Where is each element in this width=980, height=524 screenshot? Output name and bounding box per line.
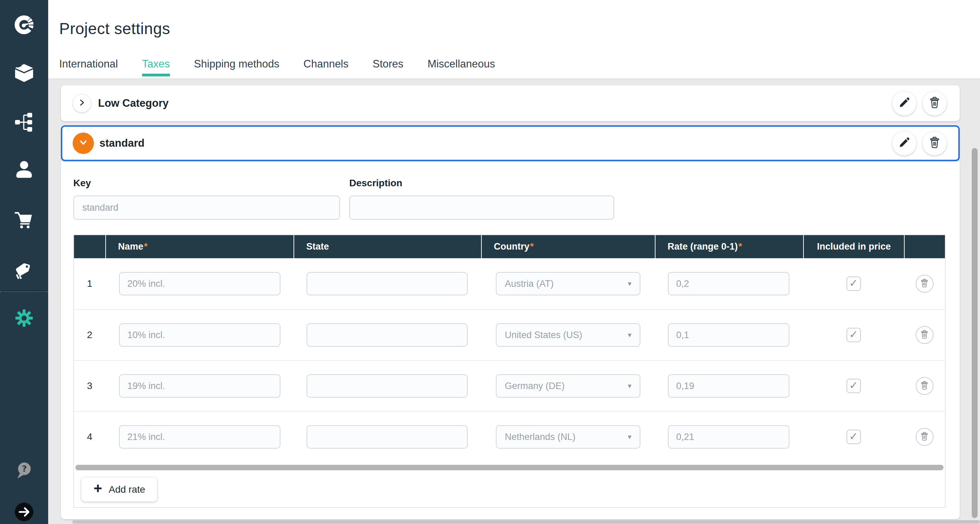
tab-miscellaneous[interactable]: Miscellaneous (427, 58, 495, 78)
tax-rate-row: 4 Netherlands (NL) ▾ ✓ (74, 411, 945, 462)
state-input[interactable] (307, 323, 468, 347)
name-input[interactable] (119, 272, 280, 295)
delete-category-button[interactable] (922, 131, 947, 156)
sidebar: ? (0, 0, 48, 524)
sidebar-divider (0, 291, 48, 292)
state-input[interactable] (307, 374, 468, 398)
trash-icon (928, 136, 941, 150)
tab-international[interactable]: International (59, 58, 118, 78)
help-icon[interactable]: ? (0, 461, 48, 480)
tab-shipping-methods[interactable]: Shipping methods (194, 58, 279, 78)
included-in-price-checkbox[interactable]: ✓ (846, 328, 861, 342)
svg-text:?: ? (22, 464, 27, 474)
check-icon: ✓ (849, 430, 858, 443)
country-select[interactable]: Germany (DE) ▾ (496, 374, 640, 398)
panel-title: standard (99, 137, 145, 150)
header-country: Country* (481, 235, 655, 258)
plus-icon (93, 484, 103, 495)
delete-rate-button[interactable] (916, 326, 934, 344)
key-input[interactable] (73, 196, 340, 220)
trash-icon (920, 330, 929, 341)
tax-category-panel-expanded: standard (61, 125, 960, 161)
horizontal-scrollbar[interactable] (72, 520, 980, 524)
dropdown-arrow-icon: ▾ (628, 331, 632, 339)
trash-icon (920, 381, 929, 392)
package-icon[interactable] (0, 62, 48, 84)
pencil-icon (898, 96, 910, 110)
settings-gear-icon[interactable] (0, 309, 48, 328)
page-header: Project settings International Taxes Shi… (48, 0, 980, 79)
table-horizontal-scrollbar[interactable] (75, 465, 943, 470)
tax-rates-table: Name* State Country* Rate (range 0-1)* I… (73, 234, 946, 508)
description-input[interactable] (349, 196, 614, 220)
check-icon: ✓ (849, 277, 858, 289)
state-input[interactable] (307, 272, 468, 295)
tab-stores[interactable]: Stores (373, 58, 404, 78)
dropdown-arrow-icon: ▾ (628, 280, 632, 288)
description-label: Description (349, 178, 402, 189)
included-in-price-checkbox[interactable]: ✓ (846, 430, 861, 444)
header-index (74, 235, 105, 258)
tax-rate-row: 3 Germany (DE) ▾ ✓ (74, 360, 945, 411)
trash-icon (928, 96, 941, 110)
header-included: Included in price (803, 235, 904, 258)
rate-input[interactable] (668, 374, 789, 398)
chevron-right-icon (78, 99, 86, 108)
country-select[interactable]: Austria (AT) ▾ (496, 272, 640, 295)
edit-category-button[interactable] (892, 131, 917, 156)
check-icon: ✓ (849, 328, 858, 341)
rate-input[interactable] (668, 323, 789, 347)
included-in-price-checkbox[interactable]: ✓ (846, 276, 861, 291)
required-asterisk: * (738, 241, 742, 252)
row-index: 1 (74, 258, 105, 309)
required-asterisk: * (144, 241, 148, 252)
collapse-button[interactable] (73, 132, 94, 154)
expand-button[interactable] (73, 94, 91, 113)
sitemap-icon[interactable] (0, 111, 48, 133)
key-label: Key (73, 178, 91, 189)
active-tab-underline (142, 74, 170, 76)
edit-category-button[interactable] (892, 91, 917, 116)
chevron-down-icon (79, 138, 88, 148)
delete-rate-button[interactable] (916, 275, 934, 293)
header-name: Name* (105, 235, 294, 258)
tab-taxes[interactable]: Taxes (142, 58, 170, 78)
tax-rate-row: 1 Austria (AT) ▾ ✓ (74, 258, 945, 309)
name-input[interactable] (119, 374, 280, 398)
rate-input[interactable] (668, 272, 789, 295)
cart-icon[interactable] (0, 209, 48, 231)
user-icon[interactable] (0, 159, 48, 181)
included-in-price-checkbox[interactable]: ✓ (846, 379, 861, 393)
check-icon: ✓ (849, 379, 858, 392)
add-rate-button[interactable]: Add rate (81, 477, 157, 502)
tax-category-panel-body: Key Description Name* State Country* Rat… (61, 161, 960, 519)
trash-icon (920, 279, 929, 289)
row-index: 3 (74, 361, 105, 411)
header-state: State (294, 235, 481, 258)
tags-icon[interactable] (0, 260, 48, 282)
logo-gauge-icon[interactable] (0, 13, 48, 36)
vertical-scrollbar[interactable] (972, 148, 978, 518)
tab-channels[interactable]: Channels (304, 58, 348, 78)
row-index: 4 (74, 412, 105, 462)
table-header-row: Name* State Country* Rate (range 0-1)* I… (74, 235, 945, 258)
country-select[interactable]: Netherlands (NL) ▾ (496, 425, 640, 449)
delete-rate-button[interactable] (916, 428, 934, 446)
required-asterisk: * (530, 241, 534, 252)
collapse-arrow-icon[interactable] (0, 501, 48, 523)
state-input[interactable] (307, 425, 468, 449)
dropdown-arrow-icon: ▾ (628, 382, 632, 390)
dropdown-arrow-icon: ▾ (628, 433, 632, 441)
rate-input[interactable] (668, 425, 789, 449)
panel-title: Low Category (98, 97, 169, 110)
header-rate: Rate (range 0-1)* (655, 235, 803, 258)
tab-bar: International Taxes Shipping methods Cha… (59, 58, 495, 78)
country-select[interactable]: United States (US) ▾ (496, 323, 640, 347)
pencil-icon (898, 136, 910, 150)
trash-icon (920, 432, 929, 443)
delete-category-button[interactable] (922, 91, 947, 116)
name-input[interactable] (119, 323, 280, 347)
name-input[interactable] (119, 425, 280, 449)
header-actions (904, 235, 945, 258)
delete-rate-button[interactable] (916, 377, 934, 395)
